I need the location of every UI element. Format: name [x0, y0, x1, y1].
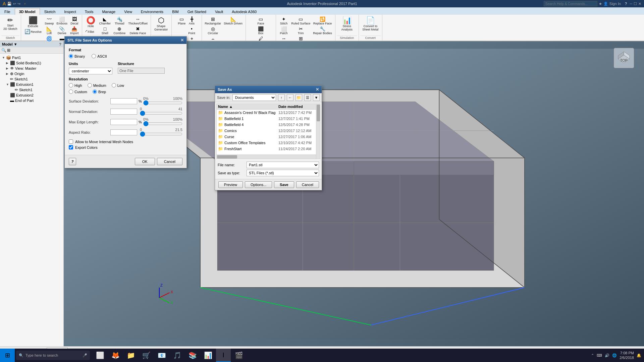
- sweep-button[interactable]: 〰 Sweep: [44, 16, 55, 25]
- minimize-btn[interactable]: ─: [630, 2, 632, 6]
- file-row-0[interactable]: 📁 Assassin's Creed IV Black Flag 12/12/2…: [217, 110, 320, 116]
- aspect-ratio-slider[interactable]: [140, 132, 182, 136]
- toggle-extrusion1[interactable]: ▼: [6, 83, 10, 86]
- tray-clock[interactable]: 7:08 PM 2/6/2018: [620, 351, 634, 360]
- help-icon[interactable]: ?: [625, 2, 627, 6]
- plane-button[interactable]: ▭ Plane: [177, 16, 186, 25]
- file-name-select[interactable]: Part1.stl: [247, 162, 319, 168]
- microphone-icon[interactable]: 🎤: [83, 353, 87, 358]
- thread-button[interactable]: 🔩 Thread: [112, 16, 126, 25]
- tab-vault[interactable]: Vault: [211, 8, 227, 15]
- import-button[interactable]: 📥 Import: [69, 26, 80, 35]
- emboss-button[interactable]: ⬜ Emboss: [56, 16, 69, 25]
- format-binary-radio[interactable]: [69, 54, 73, 58]
- tab-autodesk-a360[interactable]: Autodesk A360: [227, 8, 261, 15]
- units-select[interactable]: centimeter millimeter inch meter: [69, 68, 112, 74]
- format-ascii-radio[interactable]: [92, 54, 96, 58]
- point-button[interactable]: • Point: [187, 26, 196, 35]
- repair-bodies-button[interactable]: 🔧 Repair Bodies: [312, 26, 333, 35]
- toggle-view-master[interactable]: ▶: [6, 67, 10, 70]
- expand-icon[interactable]: ⊞: [7, 48, 10, 53]
- save-cancel-button[interactable]: Cancel: [296, 181, 319, 188]
- tab-get-started[interactable]: Get Started: [183, 8, 211, 15]
- col-date-header[interactable]: Date modified: [278, 105, 319, 109]
- save-view-dropdown[interactable]: ▼: [313, 94, 320, 101]
- export-colors-checkbox[interactable]: [69, 145, 73, 149]
- replace-face-button[interactable]: 🔁 Replace Face: [312, 16, 333, 25]
- stl-ok-button[interactable]: OK: [135, 158, 155, 165]
- col-name-header[interactable]: Name ▲: [218, 105, 278, 109]
- save-in-select[interactable]: Documents: [232, 94, 276, 101]
- revolve-button[interactable]: 🔄 Revolve: [23, 28, 43, 35]
- file-row-2[interactable]: 📁 Battlefield 4 12/5/2017 4:28 PM: [217, 122, 320, 128]
- shape-generator-button[interactable]: ⬡ ShapeGenerator: [153, 16, 169, 32]
- taskbar-netflix[interactable]: 🎬: [231, 349, 246, 362]
- combine-button[interactable]: ⊕ Combine: [112, 26, 126, 35]
- extrude-button[interactable]: ⬛ Extrude: [26, 16, 40, 28]
- sketch-driven-button[interactable]: 📐 Sketch Driven: [223, 16, 244, 25]
- file-list-hscrollbar[interactable]: [217, 155, 316, 159]
- browser-question-icon[interactable]: ?: [59, 42, 61, 46]
- user-icon[interactable]: 👤: [603, 2, 608, 6]
- ruled-surface-button[interactable]: ▭ Ruled Surface: [290, 16, 311, 25]
- res-custom-option[interactable]: Custom: [69, 89, 87, 94]
- quick-access-undo[interactable]: ↩: [13, 2, 16, 6]
- tree-item-extrusion2[interactable]: ⬛ Extrusion2: [1, 93, 62, 98]
- axis-button[interactable]: ╋ Axis: [187, 16, 196, 25]
- max-edge-input[interactable]: [110, 119, 137, 125]
- star-icon[interactable]: ★: [599, 2, 602, 6]
- tab-manage[interactable]: Manage: [98, 8, 120, 15]
- toggle-solid-bodies[interactable]: ▶: [6, 61, 10, 65]
- res-custom-radio[interactable]: [69, 89, 73, 94]
- start-2d-sketch-button[interactable]: ✏ Start2D Sketch: [2, 16, 19, 31]
- tray-keyboard-icon[interactable]: ⌨: [597, 353, 602, 358]
- search-input[interactable]: [544, 1, 597, 6]
- stl-cancel-button[interactable]: Cancel: [157, 158, 182, 165]
- normal-deviation-slider[interactable]: [140, 111, 182, 115]
- tab-view[interactable]: View: [120, 8, 137, 15]
- derive-button[interactable]: 📎 Derive: [56, 26, 69, 35]
- tray-volume-icon[interactable]: 🔊: [605, 353, 609, 358]
- close-btn[interactable]: ✕: [638, 2, 641, 6]
- taskbar-mail[interactable]: 📧: [154, 349, 169, 362]
- res-medium-radio[interactable]: [88, 83, 92, 87]
- save-save-button[interactable]: Save: [274, 181, 294, 188]
- chamfer-button[interactable]: ◣ Chamfer: [98, 16, 112, 25]
- res-medium-option[interactable]: Medium: [88, 83, 106, 87]
- surface-deviation-input[interactable]: [110, 98, 137, 104]
- quick-access-save[interactable]: 💾: [7, 2, 12, 6]
- save-type-select[interactable]: STL Files (*.stl): [247, 170, 319, 176]
- stl-help-button[interactable]: ?: [69, 158, 76, 165]
- save-nav-back-btn[interactable]: ←: [287, 94, 293, 101]
- taskbar-search[interactable]: 🔍 Type here to search 🎤: [16, 351, 90, 360]
- file-row-3[interactable]: 📁 Comics 12/2/2017 12:12 AM: [217, 128, 320, 134]
- rectangular-button[interactable]: ⊞ Rectangular: [204, 16, 222, 25]
- toggle-origin[interactable]: ▶: [6, 72, 10, 75]
- tree-item-sketch1-child[interactable]: ✏ Sketch1: [1, 87, 62, 93]
- file-row-4[interactable]: 📁 Curse 12/27/2017 1:06 AM: [217, 134, 320, 140]
- fillet-button[interactable]: ◜ Fillet: [84, 28, 98, 35]
- app-logo-icon[interactable]: A: [3, 1, 6, 6]
- file-row-1[interactable]: 📁 Battlefield 1 12/7/2017 1:41 PM: [217, 116, 320, 122]
- box-button[interactable]: ⬛ Box: [256, 26, 266, 35]
- taskbar-firefox[interactable]: 🦊: [108, 349, 123, 362]
- file-list-scrollbar[interactable]: [316, 104, 320, 159]
- save-new-folder-btn[interactable]: 📁: [296, 94, 302, 101]
- start-button[interactable]: ⊞: [0, 349, 15, 362]
- loft-button[interactable]: 📐 Loft: [44, 26, 55, 35]
- decal-button[interactable]: 🖼 Decal: [69, 16, 80, 25]
- res-brep-option[interactable]: Brep: [93, 89, 106, 94]
- tree-item-view-master[interactable]: ▶ 👁 View: Master: [1, 66, 62, 71]
- stitch-button[interactable]: ✦ Stitch: [278, 16, 289, 25]
- tab-tools[interactable]: Tools: [80, 8, 98, 15]
- face-button[interactable]: ▭ Face: [256, 16, 266, 25]
- taskbar-spotify[interactable]: 🎵: [170, 349, 184, 362]
- tree-item-solid-bodies[interactable]: ▶ ⬛ Solid Bodies(1): [1, 60, 62, 66]
- taskbar-cortana[interactable]: ⬜: [93, 349, 107, 362]
- save-options-button[interactable]: Options...: [245, 181, 272, 188]
- tree-item-sketch1-root[interactable]: ✏ Sketch1: [1, 76, 62, 82]
- taskbar-explorer[interactable]: 📁: [123, 349, 138, 362]
- sign-in-label[interactable]: Sign In: [609, 2, 621, 6]
- generic-dropdown[interactable]: ▼: [23, 2, 26, 6]
- tree-item-part1[interactable]: ▼ 📦 Part1: [1, 55, 62, 60]
